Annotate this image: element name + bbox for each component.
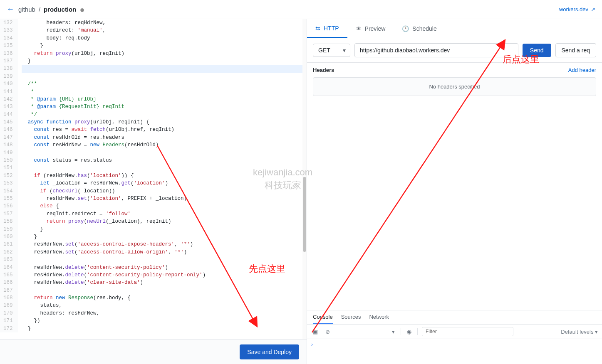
code-line[interactable]: body: req.body (22, 34, 307, 42)
code-line[interactable]: /** (22, 80, 307, 88)
url-input[interactable] (354, 43, 518, 57)
code-line[interactable]: */ (22, 111, 307, 118)
code-line[interactable]: redirect: 'manual', (22, 27, 307, 34)
no-headers-message: No headers specified (313, 77, 596, 96)
code-line[interactable] (22, 149, 307, 157)
tab-http[interactable]: ⇆HTTP (307, 19, 347, 38)
code-line[interactable]: const resHdrOld = res.headers (22, 134, 307, 141)
line-gutter: 1321331341351361371381391401411421431441… (0, 19, 18, 332)
right-tabs: ⇆HTTP👁Preview🕒Schedule (307, 19, 602, 38)
code-content[interactable]: headers: reqHdrNew, redirect: 'manual', … (18, 19, 307, 332)
console-tab-network[interactable]: Network (369, 314, 389, 324)
editor-pane: 1321331341351361371381391401411421431441… (0, 19, 307, 364)
headers-section: Headers Add header No headers specified (307, 63, 602, 96)
code-line[interactable]: reqInit.redirect = 'follow' (22, 210, 307, 218)
code-line[interactable]: return proxy(newUrl(_location), reqInit) (22, 218, 307, 225)
code-line[interactable]: let _location = resHdrNew.get('location'… (22, 180, 307, 187)
tab-preview[interactable]: 👁Preview (347, 19, 394, 38)
code-line[interactable]: resHdrNew.set('location', PREFIX + _loca… (22, 195, 307, 202)
http-tab-icon: ⇆ (315, 25, 320, 32)
code-line[interactable] (22, 287, 307, 294)
preview-tab-icon: 👁 (356, 25, 362, 32)
console-tabs: ConsoleSourcesNetwork (307, 310, 602, 325)
tab-schedule[interactable]: 🕒Schedule (394, 19, 445, 38)
code-line[interactable]: status, (22, 302, 307, 309)
code-line[interactable] (22, 73, 307, 80)
external-link-icon: ↗ (591, 6, 595, 12)
method-select[interactable]: GET (313, 44, 350, 57)
code-line[interactable]: const res = await fetch(urlObj.href, req… (22, 126, 307, 133)
code-line[interactable]: resHdrNew.delete('clear-site-data') (22, 279, 307, 286)
code-line[interactable] (22, 164, 307, 172)
breadcrumb: github / production ● (18, 5, 84, 14)
schedule-tab-icon: 🕒 (402, 25, 409, 32)
code-line[interactable]: } (22, 325, 307, 332)
scrollbar-track[interactable] (302, 19, 307, 339)
code-line[interactable] (22, 65, 307, 72)
code-line[interactable]: async function proxy(urlObj, reqInit) { (22, 118, 307, 126)
headers-title: Headers (313, 67, 334, 73)
send-button[interactable]: Send (523, 44, 551, 57)
code-line[interactable]: return new Response(res.body, { (22, 294, 307, 302)
scrollbar-thumb[interactable] (303, 177, 306, 252)
console-tab-sources[interactable]: Sources (341, 314, 361, 324)
add-header-link[interactable]: Add header (568, 67, 596, 73)
code-line[interactable]: * @param {RequestInit} reqInit (22, 103, 307, 111)
request-bar: GET Send Send a req (307, 38, 602, 63)
right-pane: ⇆HTTP👁Preview🕒Schedule GET Send Send a r… (307, 19, 602, 364)
code-line[interactable]: const resHdrNew = new Headers(resHdrOld) (22, 141, 307, 149)
code-line[interactable]: resHdrNew.delete('content-security-polic… (22, 264, 307, 271)
console-prompt: › (311, 342, 313, 347)
code-line[interactable]: * (22, 88, 307, 96)
devtools-console: ConsoleSourcesNetwork ▣ ⊘ ▾ ◉ Default le… (307, 310, 602, 364)
console-toggle-icon[interactable]: ▣ (311, 328, 320, 336)
back-arrow-icon[interactable]: ← (7, 5, 14, 14)
code-line[interactable]: return proxy(urlObj, reqInit) (22, 50, 307, 57)
console-dropdown-icon[interactable]: ▾ (390, 328, 396, 336)
code-line[interactable]: headers: resHdrNew, (22, 310, 307, 317)
workers-dev-label: workers.dev (559, 6, 588, 12)
unsaved-dot-icon: ● (79, 5, 84, 14)
send-request-button[interactable]: Send a req (555, 43, 597, 57)
live-expression-icon[interactable]: ◉ (405, 328, 413, 336)
console-body[interactable]: › (307, 339, 602, 364)
topbar: ← github / production ● workers.dev ↗ (0, 0, 602, 19)
console-clear-icon[interactable]: ⊘ (324, 328, 332, 336)
workers-dev-link[interactable]: workers.dev ↗ (559, 6, 595, 12)
code-line[interactable] (22, 256, 307, 263)
code-line[interactable]: } (22, 233, 307, 241)
code-line[interactable]: } (22, 42, 307, 49)
code-line[interactable]: } (22, 57, 307, 65)
code-editor[interactable]: 1321331341351361371381391401411421431441… (0, 19, 307, 339)
console-tab-console[interactable]: Console (313, 314, 333, 324)
code-line[interactable]: }) (22, 317, 307, 325)
code-line[interactable]: headers: reqHdrNew, (22, 19, 307, 27)
deploy-bar: Save and Deploy (0, 339, 307, 364)
code-line[interactable]: if (resHdrNew.has('location')) { (22, 172, 307, 180)
code-line[interactable]: if (checkUrl(_location)) (22, 187, 307, 195)
breadcrumb-org[interactable]: github (18, 6, 35, 13)
console-filter-input[interactable] (422, 327, 513, 336)
console-toolbar: ▣ ⊘ ▾ ◉ Default levels ▾ (307, 325, 602, 339)
code-line[interactable]: resHdrNew.delete('content-security-polic… (22, 271, 307, 279)
log-levels-dropdown[interactable]: Default levels ▾ (561, 329, 598, 335)
code-line[interactable]: resHdrNew.set('access-control-allow-orig… (22, 248, 307, 256)
save-deploy-button[interactable]: Save and Deploy (240, 344, 299, 359)
code-line[interactable]: resHdrNew.set('access-control-expose-hea… (22, 241, 307, 248)
breadcrumb-name[interactable]: production (44, 6, 76, 13)
code-line[interactable]: else { (22, 202, 307, 210)
code-line[interactable]: * @param {URL} urlObj (22, 96, 307, 103)
code-line[interactable]: } (22, 226, 307, 233)
code-line[interactable]: const status = res.status (22, 157, 307, 164)
